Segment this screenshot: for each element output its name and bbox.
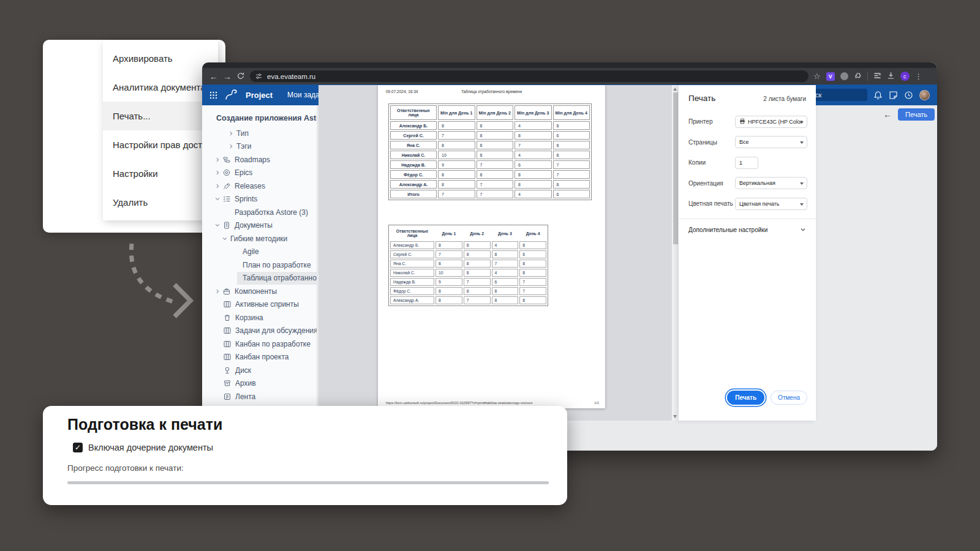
sidebar-item-label: Тип [236, 129, 249, 138]
sidebar-item[interactable]: Sprints [202, 193, 317, 206]
sidebar-item[interactable]: Тип [202, 127, 317, 140]
chevron-down-icon[interactable] [214, 196, 221, 202]
address-bar[interactable]: eva.evateam.ru [250, 70, 809, 82]
print-setting-select[interactable]: Цветная печать [735, 198, 807, 210]
sidebar-item[interactable]: Канбан по разработке [202, 337, 317, 351]
forward-icon[interactable]: → [221, 72, 234, 81]
context-menu-item[interactable]: Настройки [103, 159, 218, 188]
sidebar-item[interactable]: Лента [202, 390, 317, 403]
include-children-row[interactable]: ✓ Включая дочерние документы [73, 443, 213, 452]
sidebar-item-label: Гибкие методики [230, 234, 287, 243]
sidebar-item[interactable]: Документы [202, 219, 317, 233]
person-cell: Итого [390, 190, 437, 198]
table-row: Яна С.8878 [390, 141, 590, 149]
chevron-right-icon[interactable] [228, 143, 234, 149]
print-setting-label: Страницы [688, 139, 735, 146]
preview-scrollbar[interactable] [672, 85, 679, 421]
download-icon[interactable] [887, 71, 895, 82]
extension-globe-icon[interactable] [840, 72, 848, 80]
sidebar-item[interactable]: Гибкие методики [202, 232, 317, 246]
sidebar-item[interactable]: Диск [202, 364, 317, 377]
sidebar-item[interactable]: Корзина [202, 311, 317, 324]
sidebar-item-label: Корзина [235, 313, 263, 322]
back-icon[interactable]: ← [207, 72, 221, 81]
profile-avatar-badge[interactable]: c [900, 72, 910, 81]
browser-menu-icon[interactable]: ⋮ [915, 73, 922, 80]
reload-icon[interactable] [234, 72, 247, 81]
sidebar-item[interactable]: Epics [202, 167, 317, 180]
value-cell: 7 [553, 160, 590, 169]
sidebar-item[interactable]: Roadmaps [202, 153, 317, 167]
sidebar-item-label: Тэги [236, 142, 252, 151]
context-menu-item[interactable]: Аналитика документа [103, 73, 218, 102]
value-cell: 7 [464, 296, 491, 304]
reading-list-icon[interactable] [873, 71, 881, 82]
value-cell: 8 [464, 269, 491, 277]
sidebar-item-label: Активные спринты [235, 300, 299, 309]
print-confirm-button[interactable]: Печать [727, 391, 764, 405]
print-setting-select[interactable]: Все [735, 136, 807, 148]
additional-settings-row[interactable]: Дополнительные настройки [679, 219, 816, 241]
scrollbar-thumb[interactable] [673, 92, 678, 244]
print-setting-select[interactable]: Вертикальная [735, 177, 807, 189]
print-setting-row: Цветная печатьЦветная печать [688, 193, 807, 214]
chevron-right-icon[interactable] [228, 130, 234, 137]
sidebar-item[interactable]: Разработка Astore (3) [202, 206, 317, 219]
context-menu-item[interactable]: Печать... [103, 102, 218, 130]
print-setting-value: Цветная печать [739, 201, 779, 207]
sidebar-item[interactable]: Канбан проекта [202, 351, 317, 364]
dropdown-caret-icon [800, 141, 804, 144]
value-cell: 8 [435, 296, 462, 304]
table-header-cell: День 1 [435, 227, 462, 240]
print-setting-value: Вертикальная [739, 180, 775, 186]
sidebar-item[interactable]: Тэги [202, 140, 317, 154]
notifications-bell-icon[interactable] [873, 91, 883, 100]
app-brand[interactable]: Project [246, 91, 273, 100]
sidebar-item[interactable]: Agile [202, 246, 317, 259]
context-menu-item[interactable]: Удалить [103, 188, 218, 217]
toolbar-separator [867, 72, 868, 81]
scroll-up-icon[interactable] [673, 88, 677, 91]
site-settings-icon[interactable] [255, 73, 262, 80]
sidebar-item[interactable]: Архив [202, 377, 317, 391]
chevron-down-icon[interactable] [222, 236, 228, 242]
user-avatar[interactable] [919, 90, 930, 100]
print-cancel-button[interactable]: Отмена [771, 391, 807, 405]
sidebar-item[interactable]: Компоненты [202, 285, 317, 298]
checkbox-label: Включая дочерние документы [88, 443, 213, 452]
print-setting-select[interactable]: HPFCE43C (HP Color La: [735, 116, 807, 128]
notes-icon[interactable] [889, 91, 898, 100]
value-cell: 8 [553, 141, 590, 149]
copies-input[interactable]: 1 [735, 157, 758, 169]
sidebar-item[interactable]: Задачи для обсуждения [202, 324, 317, 338]
sidebar-item[interactable]: Releases [202, 179, 317, 193]
apps-grid-icon[interactable] [209, 91, 217, 99]
value-cell: 8 [464, 250, 491, 258]
scroll-down-icon[interactable] [673, 415, 677, 418]
page-back-arrow-icon[interactable]: ← [883, 110, 892, 119]
chevron-right-icon[interactable] [214, 183, 221, 189]
chevron-right-icon[interactable] [214, 170, 221, 176]
app-search-input[interactable]: ск [813, 89, 867, 101]
sidebar-item[interactable]: Активные спринты [202, 298, 317, 312]
page-print-button[interactable]: Печать [898, 108, 935, 121]
chevron-right-icon[interactable] [214, 288, 221, 294]
value-cell: 10 [438, 151, 475, 159]
bookmark-star-icon[interactable]: ☆ [813, 72, 821, 80]
preview-sheet: 09.07.2024, 16:34 Таблица отработанного … [378, 85, 605, 408]
chevron-down-icon[interactable] [214, 222, 221, 228]
sidebar-item[interactable]: Таблица отработанного времени [202, 272, 317, 285]
extension-v-icon[interactable]: V [826, 72, 835, 81]
context-menu-item[interactable]: Настройки прав доступа [103, 130, 218, 159]
sidebar-item-label: Sprints [235, 195, 257, 203]
checkbox-checked-icon[interactable]: ✓ [73, 443, 83, 452]
history-icon[interactable] [904, 91, 913, 100]
printer-icon [739, 118, 745, 126]
extensions-puzzle-icon[interactable] [854, 71, 862, 82]
sidebar-item[interactable]: План по разработке [202, 258, 317, 272]
chevron-right-icon[interactable] [214, 157, 221, 163]
evateam-dino-logo[interactable] [224, 89, 239, 101]
project-title[interactable]: Создание приложения Astore [216, 114, 317, 122]
table-header-cell: Min для День 2 [477, 105, 514, 120]
context-menu-item[interactable]: Архивировать [103, 44, 218, 73]
